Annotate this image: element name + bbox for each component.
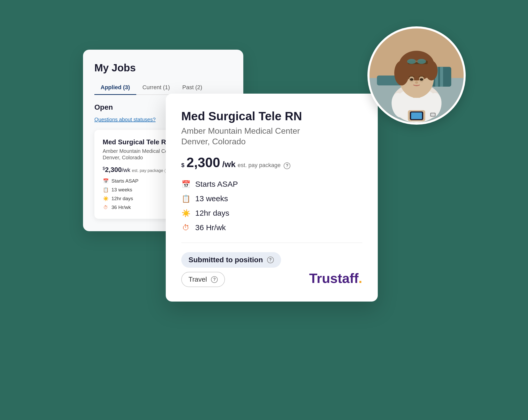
svg-point-18 — [394, 61, 409, 86]
profile-photo — [367, 26, 466, 125]
detail-hrwk: ⏱ 36 Hr/wk — [181, 223, 362, 232]
detail-card: Med Surgical Tele RN Amber Mountain Medi… — [166, 94, 378, 302]
tab-past[interactable]: Past (2) — [176, 81, 208, 94]
weeks-icon: 📋 — [103, 187, 109, 193]
detail-job-title: Med Surgical Tele RN — [181, 109, 362, 123]
detail-weeks-text: 13 weeks — [195, 194, 228, 203]
mini-pay-est: est. pay package ? — [132, 168, 169, 173]
status-info-icon[interactable]: ? — [267, 257, 274, 263]
detail-starts-text: Starts ASAP — [195, 180, 238, 189]
svg-point-28 — [415, 81, 418, 84]
divider — [181, 243, 362, 243]
mini-pay-currency: $ — [103, 166, 105, 171]
detail-sun-icon: ☀️ — [181, 208, 191, 218]
detail-hours: ☀️ 12hr days — [181, 208, 362, 218]
detail-items: 📅 Starts ASAP 📋 13 weeks ☀️ 12hr days ⏱ … — [181, 179, 362, 232]
calendar-icon: 📅 — [103, 178, 109, 184]
sun-icon: ☀️ — [103, 196, 109, 202]
detail-pay-amount: 2,300 — [186, 155, 220, 170]
trustaff-name: Trustaff. — [309, 271, 362, 286]
svg-rect-30 — [431, 114, 435, 116]
mini-detail-hrwk-text: 36 Hr/wk — [111, 205, 131, 210]
tab-applied[interactable]: Applied (3) — [94, 81, 136, 94]
svg-rect-23 — [415, 61, 418, 62]
mini-pay-amount: 2,300 — [105, 166, 122, 174]
svg-rect-14 — [411, 113, 422, 119]
detail-pay-currency: $ — [181, 162, 184, 169]
detail-clock-icon: ⏱ — [181, 223, 191, 232]
travel-badge: Travel ? — [181, 272, 225, 287]
tab-current[interactable]: Current (1) — [136, 81, 176, 94]
status-badge: Submitted to position ? — [181, 252, 281, 268]
svg-point-21 — [407, 59, 416, 64]
trustaff-logo: Trustaff. — [309, 271, 362, 286]
svg-point-22 — [417, 59, 426, 64]
svg-rect-7 — [440, 67, 443, 87]
mini-detail-hours-text: 12hr days — [111, 196, 133, 201]
detail-calendar-icon: 📅 — [181, 179, 191, 189]
detail-hospital: Amber Mountain Medical Center — [181, 126, 362, 136]
svg-point-26 — [410, 78, 413, 81]
mini-detail-starts-text: Starts ASAP — [111, 178, 139, 184]
mini-pay-unit: /wk — [122, 167, 130, 173]
mini-detail-weeks-text: 13 weeks — [111, 187, 132, 193]
svg-point-27 — [420, 78, 423, 81]
detail-hrwk-text: 36 Hr/wk — [195, 223, 226, 232]
travel-badge-text: Travel — [188, 275, 207, 283]
trustaff-dot: . — [359, 271, 362, 286]
detail-weeks: 📋 13 weeks — [181, 194, 362, 203]
detail-starts: 📅 Starts ASAP — [181, 179, 362, 189]
detail-location: Denver, Colorado — [181, 137, 362, 146]
my-jobs-title: My Jobs — [94, 62, 232, 74]
pay-info-icon[interactable]: ? — [284, 162, 290, 169]
detail-pay-unit: /wk — [222, 160, 236, 169]
clock-icon: ⏱ — [103, 204, 109, 211]
tabs-row: Applied (3) Current (1) Past (2) — [94, 81, 232, 95]
open-label: Open — [94, 103, 113, 111]
travel-info-icon[interactable]: ? — [211, 276, 218, 283]
detail-hours-text: 12hr days — [195, 209, 229, 218]
detail-pay: $ 2,300 /wk est. pay package ? — [181, 155, 362, 170]
status-badge-text: Submitted to position — [188, 256, 263, 264]
detail-pay-est: est. pay package ? — [238, 162, 290, 169]
detail-weeks-icon: 📋 — [181, 194, 191, 203]
